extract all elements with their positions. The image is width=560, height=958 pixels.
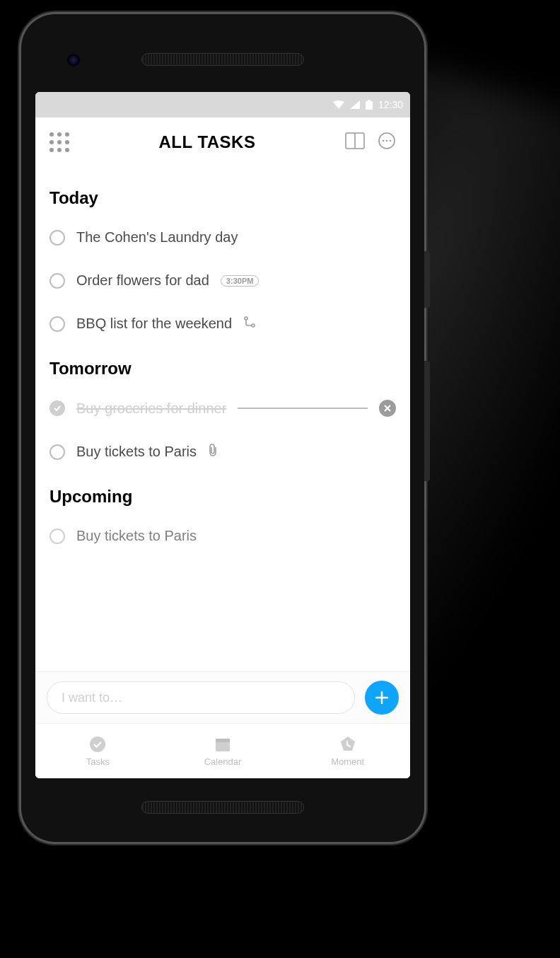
quick-add-input[interactable]: I want to… bbox=[47, 681, 355, 714]
section-title-upcoming: Upcoming bbox=[49, 487, 396, 507]
strike-line bbox=[238, 408, 368, 409]
wifi-icon bbox=[333, 100, 344, 109]
nav-calendar[interactable]: Calendar bbox=[161, 724, 286, 778]
task-time-badge: 3:30PM bbox=[221, 275, 259, 287]
task-row[interactable]: Order flowers for dad 3:30PM bbox=[49, 272, 396, 289]
phone-speaker-top bbox=[141, 53, 304, 66]
nav-label: Tasks bbox=[86, 756, 110, 767]
task-row[interactable]: Buy tickets to Paris bbox=[49, 444, 396, 460]
task-title: Buy tickets to Paris bbox=[76, 444, 197, 460]
app-screen: 12:30 ALL TASKS Today The C bbox=[35, 92, 410, 778]
task-checkbox[interactable] bbox=[49, 230, 65, 246]
task-checkbox[interactable] bbox=[49, 529, 65, 544]
quick-add-bar: I want to… bbox=[35, 671, 410, 723]
attachment-icon bbox=[208, 444, 218, 460]
task-row-completed[interactable]: Buy groceries for dinner bbox=[49, 400, 396, 417]
section-title-today: Today bbox=[49, 188, 396, 208]
phone-speaker-bottom bbox=[141, 801, 304, 814]
nav-label: Moment bbox=[331, 756, 364, 767]
nav-label: Calendar bbox=[204, 756, 242, 767]
section-title-tomorrow: Tomorrow bbox=[49, 359, 396, 379]
svg-point-8 bbox=[245, 317, 247, 320]
svg-point-10 bbox=[90, 737, 105, 752]
subtasks-icon bbox=[243, 316, 256, 332]
more-icon[interactable] bbox=[378, 132, 396, 153]
phone-side-button-2 bbox=[424, 361, 430, 481]
task-title: Order flowers for dad bbox=[76, 272, 209, 289]
task-title: Buy groceries for dinner bbox=[76, 400, 226, 417]
nav-tasks[interactable]: Tasks bbox=[35, 724, 161, 778]
dismiss-task-button[interactable] bbox=[379, 400, 396, 417]
plus-icon bbox=[373, 689, 390, 706]
calendar-icon bbox=[214, 735, 232, 754]
tasks-icon bbox=[88, 735, 107, 754]
svg-rect-12 bbox=[216, 739, 230, 742]
nav-moment[interactable]: Moment bbox=[285, 724, 410, 778]
cell-signal-icon bbox=[350, 100, 360, 109]
phone-camera bbox=[67, 54, 80, 67]
svg-rect-1 bbox=[368, 100, 371, 101]
task-checkbox[interactable] bbox=[49, 273, 65, 289]
svg-point-6 bbox=[386, 140, 388, 142]
task-title: The Cohen's Laundry day bbox=[76, 229, 238, 246]
app-header: ALL TASKS bbox=[35, 117, 410, 167]
task-row[interactable]: BBQ list for the weekend bbox=[49, 316, 396, 332]
task-row[interactable]: The Cohen's Laundry day bbox=[49, 229, 396, 246]
task-checkbox[interactable] bbox=[49, 316, 65, 332]
status-bar: 12:30 bbox=[35, 92, 410, 117]
task-row[interactable]: Buy tickets to Paris bbox=[49, 528, 396, 544]
phone-side-button-1 bbox=[424, 251, 430, 308]
task-title: BBQ list for the weekend bbox=[76, 316, 232, 332]
svg-rect-0 bbox=[366, 101, 373, 110]
add-task-button[interactable] bbox=[365, 681, 399, 715]
menu-grid-icon[interactable] bbox=[49, 132, 69, 152]
svg-point-7 bbox=[390, 140, 392, 142]
task-checkbox-checked[interactable] bbox=[49, 400, 65, 416]
task-checkbox[interactable] bbox=[49, 444, 65, 460]
svg-point-9 bbox=[252, 324, 255, 327]
book-icon[interactable] bbox=[345, 132, 365, 152]
svg-point-5 bbox=[383, 140, 385, 142]
phone-frame: 12:30 ALL TASKS Today The C bbox=[21, 14, 424, 842]
battery-icon bbox=[366, 100, 373, 110]
task-title: Buy tickets to Paris bbox=[76, 528, 197, 544]
page-title: ALL TASKS bbox=[159, 132, 256, 152]
moment-icon bbox=[339, 735, 357, 754]
bottom-nav: Tasks Calendar Moment bbox=[35, 723, 410, 778]
quick-add-placeholder: I want to… bbox=[62, 691, 122, 705]
status-time: 12:30 bbox=[378, 99, 403, 110]
